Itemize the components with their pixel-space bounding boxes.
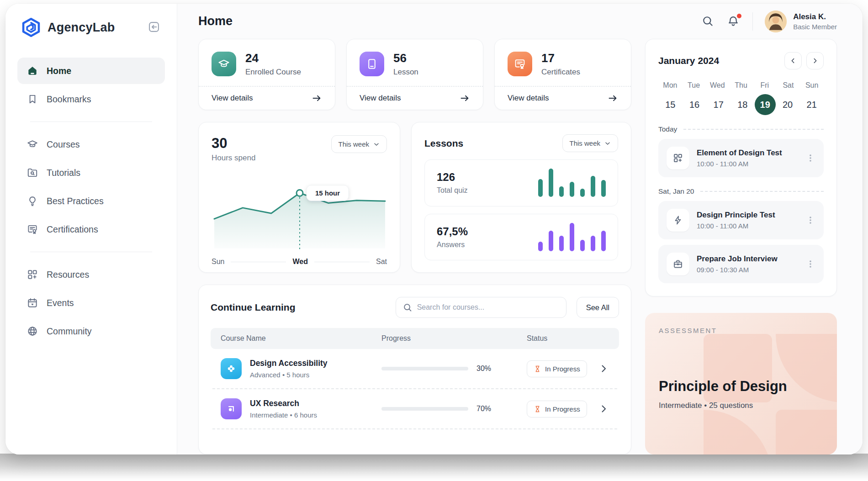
profile-menu[interactable]: Alesia K. Basic Member <box>765 11 837 32</box>
table-row[interactable]: Design Accessibility Advanced • 5 hours … <box>211 349 619 388</box>
calendar-panel: January 2024 MonTue <box>645 39 837 296</box>
event-card[interactable]: Design Principle Test 10:00 - 11:00 AM <box>658 201 824 239</box>
view-details-link[interactable]: View details <box>495 86 631 110</box>
sidebar-item-events[interactable]: Events <box>17 290 165 316</box>
calendar-day[interactable]: 16 <box>683 94 707 115</box>
column-status: Status <box>527 334 609 343</box>
kebab-menu-icon[interactable] <box>805 215 815 225</box>
topbar-actions: Alesia K. Basic Member <box>701 11 837 32</box>
search-icon <box>402 302 413 312</box>
view-details-link[interactable]: View details <box>347 86 483 110</box>
status-badge: In Progress <box>527 401 587 418</box>
column-course-name: Course Name <box>221 334 381 343</box>
brand: AgencyLab <box>5 17 177 37</box>
chevron-right-icon[interactable] <box>598 403 609 414</box>
calendar-prev-button[interactable] <box>784 52 802 69</box>
content: 24 Enrolled Course View details <box>198 39 837 455</box>
hourglass-icon <box>534 405 541 413</box>
stat-label: Certificates <box>541 68 580 77</box>
calendar-day-selected[interactable]: 19 <box>755 94 776 115</box>
table-row[interactable]: UX Research Intermediate • 6 hours 70% <box>211 389 619 428</box>
total-quiz-stat: 126 Total quiz <box>424 159 618 206</box>
assessment-card[interactable]: ASSESSMENT Principle of Design Intermedi… <box>645 313 837 455</box>
sidebar-item-label: Certifications <box>47 224 98 235</box>
hours-range-dropdown[interactable]: This week <box>331 135 387 153</box>
sidebar-item-best-practices[interactable]: Best Practices <box>17 188 165 214</box>
sidebar-item-label: Resources <box>47 270 89 280</box>
calendar-dates: 15 16 17 18 19 20 21 <box>658 94 824 115</box>
notifications-bell-icon[interactable] <box>727 15 741 28</box>
arrow-right-icon <box>607 93 618 104</box>
sidebar-item-label: Events <box>47 298 74 308</box>
answers-bar-chart <box>538 223 606 251</box>
see-all-button[interactable]: See All <box>577 297 619 318</box>
chevron-right-icon[interactable] <box>598 363 609 374</box>
hourglass-icon <box>534 365 541 373</box>
charts-row: 30 Hours spend This week <box>198 122 631 273</box>
graduation-cap-icon <box>26 138 38 150</box>
axis-label: Sat <box>376 258 387 266</box>
progress-bar <box>381 367 468 370</box>
sidebar-divider <box>30 252 152 252</box>
certificate-icon <box>26 223 38 235</box>
lessons-range-dropdown[interactable]: This week <box>562 134 618 152</box>
sidebar-item-resources[interactable]: Resources <box>17 261 165 288</box>
sidebar-item-bookmarks[interactable]: Bookmarks <box>17 86 165 112</box>
home-icon <box>26 65 38 77</box>
calendar-day[interactable]: 17 <box>706 94 730 115</box>
sidebar-item-label: Tutorials <box>47 168 80 178</box>
lesson-book-icon <box>360 52 384 76</box>
decor-shape <box>776 410 837 455</box>
sidebar-item-community[interactable]: Community <box>17 318 165 344</box>
calendar-day[interactable]: 20 <box>776 94 800 115</box>
progress-value: 30% <box>476 365 491 373</box>
sidebar-item-label: Best Practices <box>47 196 104 206</box>
status-badge: In Progress <box>527 360 587 377</box>
sidebar-item-certifications[interactable]: Certifications <box>17 216 165 243</box>
kebab-menu-icon[interactable] <box>805 259 815 269</box>
calendar-day[interactable]: 21 <box>799 94 824 115</box>
grid-plus-icon <box>667 147 689 169</box>
brand-logo-icon <box>21 17 41 37</box>
saturday-section-label: Sat, Jan 20 <box>658 187 824 196</box>
sidebar-item-courses[interactable]: Courses <box>17 131 165 158</box>
axis-label: Sun <box>212 258 224 266</box>
sidebar-divider <box>30 122 152 122</box>
event-title: Prepare Job Interview <box>697 254 798 264</box>
search-icon[interactable] <box>701 15 715 28</box>
calendar-day[interactable]: 18 <box>730 94 755 115</box>
lessons-title: Lessons <box>424 138 562 149</box>
event-time: 09:00 - 10:30 AM <box>697 266 798 274</box>
answers-value: 67,5% <box>437 225 538 238</box>
row-divider <box>212 428 617 429</box>
calendar-heart-icon <box>26 297 38 309</box>
course-meta: Advanced • 5 hours <box>250 371 328 379</box>
stat-value: 24 <box>245 51 301 65</box>
course-name: UX Research <box>250 399 317 408</box>
sidebar-item-tutorials[interactable]: Tutorials <box>17 159 165 186</box>
calendar-next-button[interactable] <box>806 52 824 69</box>
calendar-day[interactable]: 15 <box>658 94 683 115</box>
stat-card-certificates: 17 Certificates View details <box>494 39 631 110</box>
bookmark-icon <box>26 93 38 105</box>
kebab-menu-icon[interactable] <box>805 153 815 163</box>
event-card[interactable]: Element of Design Test 10:00 - 11:00 AM <box>658 139 824 177</box>
collapse-sidebar-icon[interactable] <box>148 21 161 34</box>
view-details-link[interactable]: View details <box>199 86 335 110</box>
grid-plus-icon <box>26 269 38 280</box>
stat-label: Lesson <box>393 68 418 77</box>
left-column: 24 Enrolled Course View details <box>198 39 631 455</box>
briefcase-icon <box>667 253 689 275</box>
sidebar-item-label: Bookmarks <box>47 94 91 105</box>
answers-stat: 67,5% Answers <box>424 214 618 261</box>
stat-value: 17 <box>541 51 580 65</box>
calendar-weekdays: MonTue WedThu FriSat Sun <box>658 81 824 90</box>
total-quiz-label: Total quiz <box>437 186 538 195</box>
sidebar-item-label: Community <box>47 326 92 337</box>
assessment-tag: ASSESSMENT <box>659 327 823 334</box>
assessment-title: Principle of Design <box>659 378 823 395</box>
stats-row: 24 Enrolled Course View details <box>198 39 631 110</box>
sidebar-item-home[interactable]: Home <box>17 58 165 84</box>
event-card[interactable]: Prepare Job Interview 09:00 - 10:30 AM <box>658 245 824 283</box>
courses-search-input[interactable] <box>417 303 560 312</box>
